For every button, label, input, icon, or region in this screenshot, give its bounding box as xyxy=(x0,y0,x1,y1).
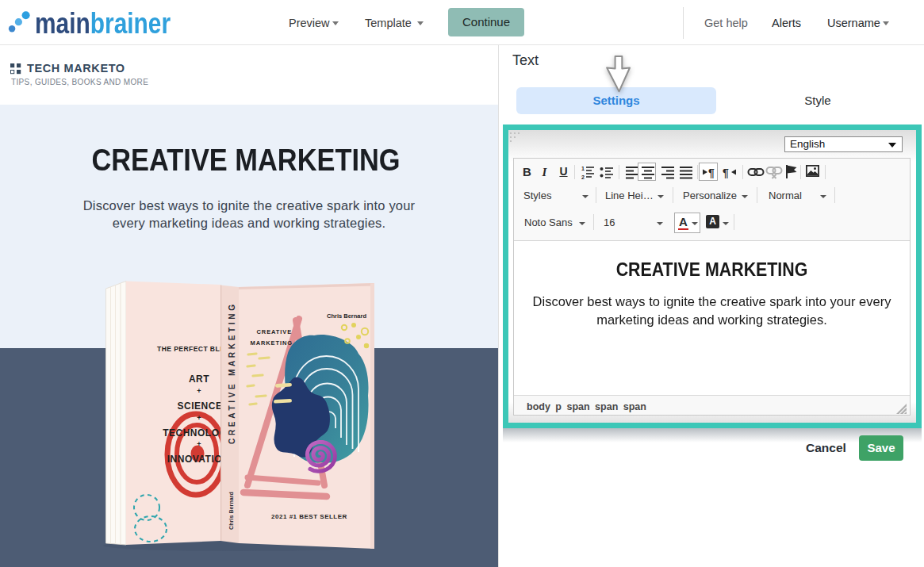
svg-text:ART: ART xyxy=(189,374,209,385)
svg-text:CREATIVE MARKETING: CREATIVE MARKETING xyxy=(228,301,236,444)
svg-text:INNOVATION: INNOVATION xyxy=(167,454,230,465)
svg-text:+: + xyxy=(197,440,201,448)
svg-text:+: + xyxy=(197,414,201,422)
svg-text:Chris Bernard: Chris Bernard xyxy=(327,312,366,320)
svg-text:SCIENCE: SCIENCE xyxy=(178,400,223,412)
svg-text:+: + xyxy=(197,387,201,395)
svg-text:2021 #1 BEST SELLER: 2021 #1 BEST SELLER xyxy=(271,513,347,520)
svg-text:Chris Bernard: Chris Bernard xyxy=(228,492,234,530)
svg-text:¶: ¶ xyxy=(708,167,715,179)
svg-text:¶: ¶ xyxy=(723,167,729,179)
svg-text:2: 2 xyxy=(581,174,585,180)
svg-text:1: 1 xyxy=(581,166,585,171)
svg-text:MARKETING: MARKETING xyxy=(251,339,293,347)
svg-text:CREATIVE: CREATIVE xyxy=(257,328,293,335)
